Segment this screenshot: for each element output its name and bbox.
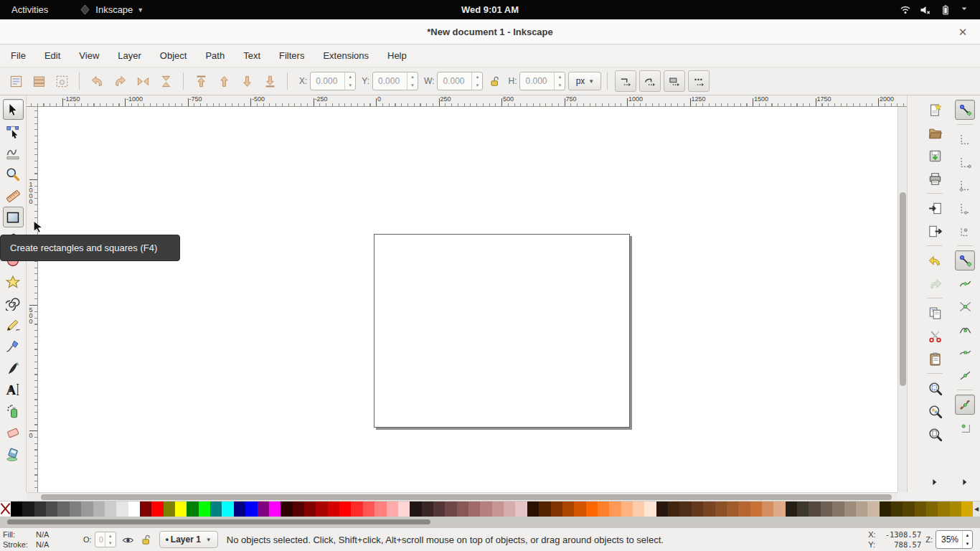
zoom-page-button[interactable] (925, 424, 945, 444)
import-image-button[interactable] (925, 198, 945, 218)
measure-tool[interactable] (3, 185, 24, 206)
color-swatch[interactable] (363, 501, 374, 517)
caret-down-icon[interactable] (960, 4, 971, 16)
horizontal-ruler[interactable]: -1250-1000-750-500-250025050075010001250… (27, 95, 907, 107)
color-swatch[interactable] (492, 501, 504, 517)
volume-muted-icon[interactable] (920, 4, 931, 16)
layer-visibility-eye-icon[interactable] (122, 534, 134, 546)
menu-file[interactable]: File (1, 44, 35, 67)
horizontal-scrollbar[interactable] (27, 492, 897, 501)
color-swatch[interactable] (480, 501, 491, 517)
color-swatch[interactable] (398, 501, 410, 517)
window-titlebar[interactable]: *New document 1 - Inkscape ✕ (0, 19, 980, 44)
fill-stroke-indicator[interactable]: Fill: N/A Stroke: N/A (0, 529, 65, 550)
snap-bbox-corners-toggle[interactable] (955, 175, 975, 195)
unit-dropdown[interactable]: px▼ (568, 72, 601, 90)
color-swatch[interactable] (410, 501, 421, 517)
color-swatch[interactable] (821, 501, 832, 517)
y-spinbox[interactable]: 0.000▲▼ (372, 72, 418, 90)
color-swatch[interactable] (57, 501, 69, 517)
color-swatch[interactable] (351, 501, 362, 517)
color-swatch[interactable] (187, 501, 198, 517)
snap-path-intersections-toggle[interactable] (955, 296, 975, 316)
snap-enable-toggle[interactable] (955, 100, 975, 120)
eraser-tool[interactable] (3, 422, 24, 443)
color-swatch[interactable] (281, 501, 292, 517)
color-swatch[interactable] (644, 501, 656, 517)
color-swatch[interactable] (468, 501, 480, 517)
palette-scrollbar-thumb[interactable] (7, 519, 430, 524)
move-patterns-toggle[interactable] (688, 70, 710, 92)
snap-object-centers-toggle[interactable] (955, 418, 975, 438)
color-swatch-none[interactable] (0, 501, 11, 517)
color-swatch[interactable] (915, 501, 926, 517)
color-swatch[interactable] (128, 501, 140, 517)
print-document-button[interactable] (925, 169, 945, 189)
layer-unlock-icon[interactable] (140, 534, 152, 546)
color-swatch[interactable] (387, 501, 398, 517)
snap-bounding-box-toggle[interactable] (955, 129, 975, 149)
color-swatch[interactable] (245, 501, 257, 517)
spinner-arrows[interactable]: ▲▼ (554, 72, 565, 90)
color-swatch[interactable] (621, 501, 633, 517)
star-tool[interactable] (3, 271, 24, 292)
color-swatch[interactable] (105, 501, 116, 517)
vertical-scrollbar[interactable] (897, 107, 907, 492)
color-swatch[interactable] (116, 501, 128, 517)
zoom-spinner[interactable]: ▲▼ (962, 531, 972, 548)
close-window-button[interactable]: ✕ (953, 19, 973, 44)
select-all-layers-button[interactable] (28, 70, 50, 92)
color-swatch[interactable] (140, 501, 151, 517)
scale-corners-toggle[interactable] (639, 70, 661, 92)
x-spinbox[interactable]: 0.000▲▼ (310, 72, 356, 90)
color-swatch[interactable] (316, 501, 327, 517)
color-swatch[interactable] (727, 501, 738, 517)
color-swatch[interactable] (903, 501, 914, 517)
menu-extensions[interactable]: Extensions (314, 44, 378, 67)
h-spinbox[interactable]: 0.000▲▼ (519, 72, 565, 90)
snap-paths-toggle[interactable] (955, 273, 975, 293)
color-swatch[interactable] (880, 501, 891, 517)
select-all-button[interactable] (5, 70, 27, 92)
raise-button[interactable] (213, 70, 235, 92)
undo-button[interactable] (925, 250, 945, 270)
color-swatch[interactable] (562, 501, 574, 517)
color-swatch[interactable] (93, 501, 105, 517)
paste-button[interactable] (925, 349, 945, 369)
color-swatch[interactable] (527, 501, 539, 517)
color-swatch[interactable] (234, 501, 245, 517)
toolbox-expander-button[interactable] (7, 384, 16, 397)
color-swatch[interactable] (656, 501, 668, 517)
color-swatch[interactable] (762, 501, 773, 517)
color-swatch[interactable] (22, 501, 34, 517)
color-swatch[interactable] (151, 501, 163, 517)
color-swatch[interactable] (715, 501, 727, 517)
snap-bar-expander-button[interactable] (953, 478, 976, 486)
color-swatch[interactable] (633, 501, 644, 517)
bezier-tool[interactable] (3, 336, 24, 357)
rotate-cw-button[interactable] (109, 70, 131, 92)
commands-bar-expander-button[interactable] (923, 478, 946, 486)
open-document-button[interactable] (925, 123, 945, 143)
color-swatch[interactable] (867, 501, 879, 517)
color-swatch[interactable] (445, 501, 456, 517)
w-spinbox[interactable]: 0.000▲▼ (437, 72, 483, 90)
color-swatch[interactable] (46, 501, 57, 517)
zoom-spinbox[interactable]: 35% ▲▼ (936, 530, 973, 549)
color-swatch[interactable] (609, 501, 621, 517)
color-swatch[interactable] (457, 501, 468, 517)
menu-path[interactable]: Path (196, 44, 234, 67)
color-swatch[interactable] (210, 501, 222, 517)
node-tool[interactable] (3, 121, 24, 141)
color-swatch[interactable] (339, 501, 351, 517)
color-swatch[interactable] (515, 501, 527, 517)
color-swatch[interactable] (433, 501, 445, 517)
snap-smooth-nodes-toggle[interactable] (955, 342, 975, 362)
color-swatch[interactable] (891, 501, 903, 517)
color-swatch[interactable] (692, 501, 703, 517)
menu-object[interactable]: Object (151, 44, 197, 67)
lower-button[interactable] (236, 70, 258, 92)
color-swatch[interactable] (703, 501, 715, 517)
lock-ratio-unlock-icon[interactable] (489, 75, 501, 88)
raise-to-top-button[interactable] (190, 70, 212, 92)
